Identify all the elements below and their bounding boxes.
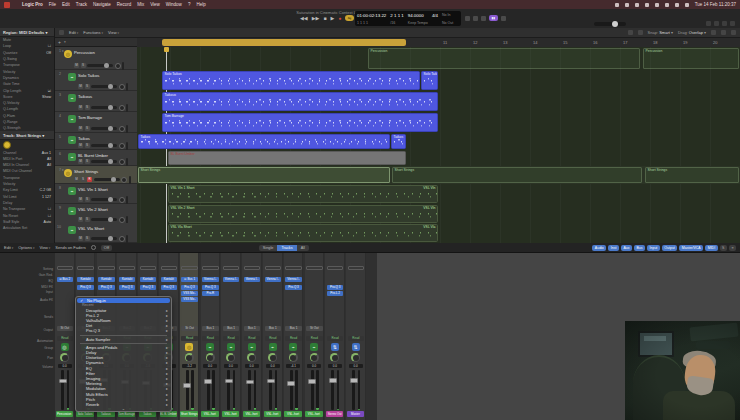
mixer-filter-aux[interactable]: Aux [621,245,632,251]
automation-mode-button[interactable]: Read [285,336,302,341]
track-volume-slider[interactable] [87,64,113,68]
track-volume-knob[interactable] [108,126,113,131]
region-short-strings[interactable]: Short Strings [645,167,739,183]
menubar-item-file[interactable]: File [49,2,56,7]
mixer-filter-audio[interactable]: Audio [592,245,606,251]
channel-strip-vsl--hort[interactable]: Vienna I..Pro-Q 3Pro-RBus 1Read⌁0.0MSVSL… [201,253,221,420]
mute-button[interactable]: M [78,105,83,110]
midi-channel-icon[interactable]: ⌁ [206,343,214,351]
output-slot[interactable]: Bus 1 [202,326,219,331]
menubar-item-help[interactable]: Help [196,2,205,7]
midi-instrument-icon[interactable]: ⌁ [68,94,76,102]
track-name[interactable]: Taikos [78,136,90,141]
solo-button[interactable]: S [85,217,90,222]
track-volume-knob[interactable] [104,63,109,68]
menu-scroll-arrow-icon[interactable]: ⌄ [76,407,171,411]
channel-strip-vsl--hort[interactable]: St OutRead⌁0.0MSVSL..hort [305,253,325,420]
inspector-row-value[interactable]: All [47,157,51,161]
fader-cap[interactable] [59,379,67,384]
track-name[interactable]: Percussion [74,50,95,55]
lane-bl-burnt-umber[interactable]: BL Burnt Umber [137,150,740,166]
solo-button[interactable]: S [85,197,90,202]
mixer-options-menu[interactable]: Options [18,245,34,250]
browser-toggle-icon[interactable] [730,21,735,26]
track-header-bl-burnt-umber[interactable]: 6⌁BL Burnt UmberMS [55,150,137,166]
lane-tom-barrage[interactable]: Tom Barrage [137,112,740,133]
channel-color-icon[interactable]: ◎ [185,343,193,351]
mute-button[interactable]: M [78,84,83,89]
fader-track[interactable] [61,370,64,410]
region-vsl-vln-2-short[interactable]: VSL Vln 2 ShortVSL Vln [168,205,438,223]
channel-strip-short-strings[interactable]: ⊙ Bus 1Pro-Q 3VSS Mo..VSS Mo..St OutRead… [180,253,200,420]
fader-track[interactable] [186,370,189,410]
mute-button[interactable]: M [78,217,83,222]
pan-knob[interactable] [310,353,319,362]
volume-readout[interactable]: 0.0 [349,364,363,368]
setting-button[interactable] [327,266,344,270]
track-volume-slider[interactable] [94,178,120,182]
audio-fx-slot[interactable]: Pro-Q 3 [140,285,157,290]
track-name[interactable]: VSL Vla Short [78,226,104,231]
solo-button[interactable]: S [85,143,90,148]
instrument-slot[interactable]: ⊙ Bus 1 [181,277,198,282]
sends-on-faders-value[interactable]: Off [101,245,112,251]
track-header-short-strings[interactable]: 7▾◎Short StringsMSR [55,166,137,184]
menubar-item-track[interactable]: Track [76,2,87,7]
output-slot[interactable]: St Out [181,326,198,331]
channel-strip-vsl--hort[interactable]: Vienna I..Bus 1Read⌁0.0MSVSL..hort [263,253,283,420]
menubar-clock[interactable]: Tue 14 Feb 11:20:37 [695,2,736,7]
channel-strip-vsl--hort[interactable]: Vienna I..Pro-Q 3Bus 1Read⌁-4.1MSVSL..ho… [284,253,304,420]
volume-readout[interactable]: 0.0 [224,364,238,368]
solo-button[interactable]: S [85,236,90,241]
record-button[interactable]: ● [338,16,341,21]
mixer-filter-output[interactable]: Output [662,245,678,251]
inspector-region-header[interactable]: Region: MIDI Defaults ▾ [0,28,54,37]
instrument-slot[interactable]: Kontakt [119,277,136,282]
menu-item-pro-q-3[interactable]: Pro-Q 3▸ [76,328,171,333]
pencil-tool-icon[interactable] [638,30,643,35]
track-volume-slider[interactable] [91,85,117,89]
track-volume-slider[interactable] [91,218,117,222]
output-slot[interactable]: Bus 1 [244,326,261,331]
mixer-edit-menu[interactable]: Edit [4,245,13,250]
track-volume-knob[interactable] [108,105,113,110]
menubar-status-icon[interactable] [665,3,669,7]
automation-mode-button[interactable]: Read [202,336,219,341]
midi-instrument-icon[interactable]: ⌁ [68,136,76,144]
menubar-item-record[interactable]: Record [117,2,132,7]
track-pan-knob[interactable] [119,143,125,149]
fader-track[interactable] [269,370,272,410]
menubar-item-view[interactable]: View [150,2,160,7]
inspector-row-value[interactable]: Auto [44,220,51,224]
drag-menu[interactable]: Drag: Overlap ▾ [678,30,706,35]
toolbar-toggle-icon[interactable] [706,21,711,26]
instrument-slot[interactable]: Vienna I.. [244,277,261,282]
instrument-slot[interactable]: Vienna I.. [202,277,219,282]
mixer-filter-midi[interactable]: MIDI [705,245,717,251]
track-name[interactable]: Tom Barrage [78,115,102,120]
menubar-item-logicpro[interactable]: Logic Pro [22,2,43,7]
waveform-zoom-icon[interactable] [731,30,736,35]
channel-name-plate[interactable]: Short Strings [180,411,198,417]
cycle-button[interactable]: ⇋ [345,15,354,21]
solo-button[interactable]: S [81,177,86,182]
pan-knob[interactable] [289,353,298,362]
fader-cap[interactable] [308,379,316,384]
track-pan-knob[interactable] [119,105,125,111]
track-volume-knob[interactable] [108,84,113,89]
track-header-taikos[interactable]: 5⌁TaikosMS [55,133,137,150]
solo-button[interactable]: S [81,63,86,68]
menubar-item-window[interactable]: Window [166,2,182,7]
menu-item-reverb[interactable]: Reverb▸ [76,402,171,407]
pan-knob[interactable] [268,353,277,362]
menu-item-auto-sampler[interactable]: Auto Sampler▸ [76,337,171,342]
region-taikos[interactable]: Taikos [391,134,406,149]
setting-button[interactable] [57,266,74,270]
solo-icon[interactable] [481,16,486,21]
lane-taikous[interactable]: Taikous [137,91,740,112]
channel-name-plate[interactable]: VSL..hort [305,411,323,417]
add-track-button[interactable]: + [58,39,61,45]
menubar-status-icon[interactable] [685,3,689,7]
track-header-solo-taikos[interactable]: 2⌁Solo TaikosMS [55,70,137,91]
track-name[interactable]: Solo Taikos [78,73,99,78]
